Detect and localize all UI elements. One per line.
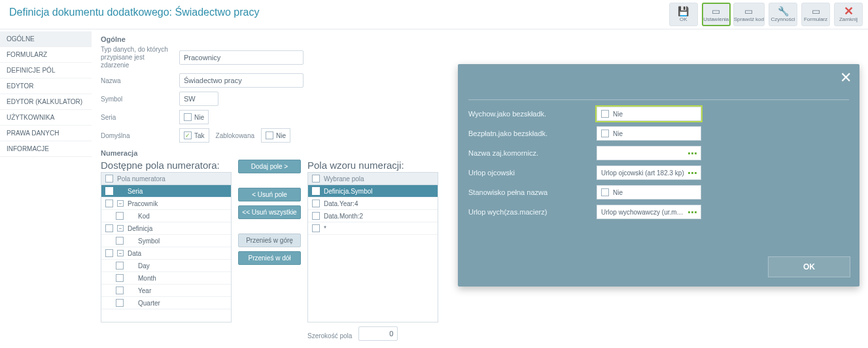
zablokowana-check[interactable]: Nie: [261, 128, 290, 143]
list-item[interactable]: Data.Month:2: [308, 210, 438, 222]
czynnosci-button[interactable]: 🔧 Czynności: [769, 3, 797, 26]
sidebar-item-uzytkownika[interactable]: UŻYTKOWNIKA: [0, 110, 92, 126]
list-item[interactable]: −Pracownik: [101, 198, 231, 210]
left-head-text: Pola numeratora: [117, 175, 165, 183]
checkbox-icon[interactable]: [105, 224, 113, 232]
zablokowana-label: Zablokowana: [216, 132, 254, 139]
checkbox-icon[interactable]: ✓: [105, 187, 113, 195]
czynnosci-label: Czynności: [771, 16, 795, 23]
sidebar-item-formularz[interactable]: FORMULARZ: [0, 47, 92, 63]
dialog-row-label: Urlop wych(zas.macierz): [468, 208, 586, 216]
toolbar-group: ▭ Ustawienia ▭ Sprawdź kod: [702, 3, 765, 26]
checkbox-icon[interactable]: [116, 274, 124, 282]
ustawienia-button[interactable]: ▭ Ustawienia: [702, 3, 731, 26]
dialog-row: Bezpłatn.jako bezskładk.Nie: [468, 126, 849, 141]
nazwa-input[interactable]: [179, 73, 304, 88]
dialog-checkbox[interactable]: Nie: [597, 185, 701, 200]
domyslna-check[interactable]: ✓Tak: [179, 128, 209, 143]
item-label: Seria: [128, 188, 143, 195]
sidebar-item-prawa[interactable]: PRAWA DANYCH: [0, 126, 92, 141]
dialog-row-label: Wychow.jako bezskładk.: [468, 110, 586, 118]
dialog-textlist[interactable]: Urlop wychowawczy (ur.macierzy: [597, 205, 701, 219]
divider: [468, 99, 849, 100]
list-item[interactable]: Data.Year:4: [308, 198, 438, 210]
list-item[interactable]: *: [308, 222, 438, 235]
list-item[interactable]: −Data: [101, 247, 231, 260]
right-head: Wybrane pola: [307, 172, 438, 185]
item-label: Quarter: [138, 300, 160, 307]
right-list[interactable]: ✓Definicja.SymbolData.Year:4Data.Month:2…: [307, 185, 438, 322]
checkbox-icon[interactable]: [312, 224, 320, 232]
seria-check[interactable]: Nie: [179, 110, 209, 124]
checkbox-icon[interactable]: [116, 212, 124, 220]
nazwa-label: Nazwa: [101, 77, 173, 84]
sprawdzkod-button[interactable]: ▭ Sprawdź kod: [733, 3, 765, 26]
dialog-checkbox[interactable]: Nie: [597, 107, 701, 121]
dialog-textlist[interactable]: [597, 146, 701, 160]
list-item[interactable]: +Symbol: [101, 235, 231, 247]
checkbox-icon[interactable]: [116, 262, 124, 270]
toolbar: 💾 OK ▭ Ustawienia ▭ Sprawdź kod 🔧 Czynno…: [664, 0, 868, 29]
sidebar-item-informacje[interactable]: INFORMACJE: [0, 141, 92, 157]
collapse-icon[interactable]: −: [117, 200, 124, 207]
checkbox-icon[interactable]: [116, 287, 124, 294]
list-item[interactable]: +Year: [101, 285, 231, 297]
dialog-row-label: Nazwa zaj.komornicz.: [468, 149, 586, 157]
checkbox-icon[interactable]: [105, 200, 113, 207]
typ-input[interactable]: [179, 50, 304, 65]
dialog-row: Stanowisko pełna nazwaNie: [468, 185, 849, 200]
move-up-button[interactable]: Przenieś w górę: [238, 234, 301, 247]
dialog-checkbox[interactable]: Nie: [597, 126, 701, 141]
list-item[interactable]: −Definicja: [101, 222, 231, 235]
list-icon: [688, 172, 697, 174]
checkbox-icon[interactable]: [116, 237, 124, 245]
list-item[interactable]: +Day: [101, 260, 231, 272]
left-list-panel: Dostępne pola numeratora: Pola numerator…: [101, 160, 232, 322]
move-down-button[interactable]: Przenieś w dół: [238, 251, 301, 265]
sidebar-item-edytor-kalk[interactable]: EDYTOR (KALKULATOR): [0, 94, 92, 110]
checkbox-icon[interactable]: [312, 212, 320, 220]
header-checkbox[interactable]: [105, 175, 113, 183]
remove-all-button[interactable]: << Usuń wszystkie: [238, 205, 301, 219]
checkbox-icon[interactable]: ✓: [312, 187, 320, 195]
domyslna-value: Tak: [194, 132, 205, 139]
sidebar-item-edytor[interactable]: EDYTOR: [0, 78, 92, 94]
dialog-value: Urlop ojcowski (art 182.3 kp): [601, 169, 684, 177]
zamknij-button[interactable]: ✕ Zamknij: [834, 3, 863, 26]
settings-dialog: ✕ Wychow.jako bezskładk.NieBezpłatn.jako…: [458, 64, 859, 287]
close-icon: ✕: [844, 7, 854, 16]
add-field-button[interactable]: Dodaj pole >: [238, 160, 301, 173]
domyslna-label: Domyślna: [101, 132, 173, 139]
dialog-close-icon[interactable]: ✕: [840, 69, 852, 86]
collapse-icon[interactable]: −: [117, 250, 124, 256]
checkbox-icon[interactable]: [312, 200, 320, 207]
checkbox-icon[interactable]: [116, 299, 124, 307]
list-item[interactable]: ✓+Seria: [101, 185, 231, 198]
list-item[interactable]: +Quarter: [101, 297, 231, 309]
dialog-value: Nie: [613, 111, 623, 118]
formularz-button[interactable]: ▭ Formularz: [801, 3, 830, 26]
symbol-input[interactable]: [179, 92, 218, 106]
seria-value: Nie: [194, 114, 204, 121]
list-icon: [688, 152, 697, 154]
mid-buttons: Dodaj pole > < Usuń pole << Usuń wszystk…: [238, 160, 301, 265]
list-item[interactable]: +Kod: [101, 210, 231, 222]
dialog-row: Nazwa zaj.komornicz.: [468, 146, 849, 160]
form-icon: ▭: [712, 7, 720, 16]
sidebar-item-definicje[interactable]: DEFINICJE PÓL: [0, 63, 92, 78]
list-item[interactable]: ✓Definicja.Symbol: [308, 185, 438, 198]
checkbox-icon[interactable]: [105, 249, 113, 257]
left-list[interactable]: ✓+Seria−Pracownik+Kod−Definicja+Symbol−D…: [101, 185, 232, 322]
item-label: Month: [138, 275, 156, 282]
section-header: Ogólne: [101, 35, 859, 43]
list-item[interactable]: +Month: [101, 272, 231, 285]
dialog-textlist[interactable]: Urlop ojcowski (art 182.3 kp): [597, 165, 701, 180]
dialog-row-label: Urlop ojcowski: [468, 169, 586, 177]
remove-field-button[interactable]: < Usuń pole: [238, 188, 301, 201]
width-input[interactable]: [358, 326, 398, 341]
sidebar-item-ogolne[interactable]: OGÓLNE: [0, 31, 92, 47]
dialog-ok-button[interactable]: OK: [768, 256, 850, 277]
header-checkbox[interactable]: [312, 175, 320, 183]
ok-button[interactable]: 💾 OK: [669, 3, 698, 26]
collapse-icon[interactable]: −: [117, 225, 124, 232]
